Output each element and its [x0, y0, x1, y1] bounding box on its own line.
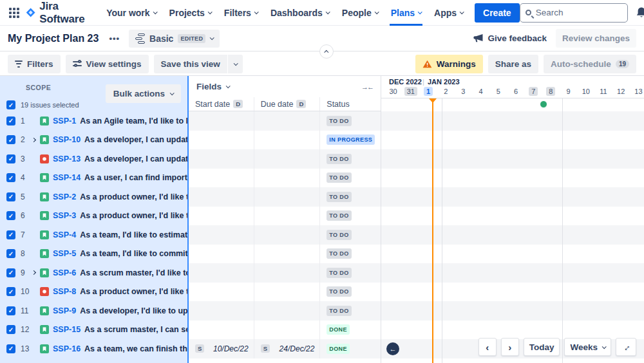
status-cell[interactable]: DONE — [320, 339, 381, 358]
sprint-marker-icon[interactable] — [540, 100, 547, 108]
nav-item-dashboards[interactable]: Dashboards — [264, 0, 336, 26]
scope-row-ssp-5[interactable]: ✓8SSP-5As a team, I'd like to commit to … — [0, 245, 187, 264]
zoom-level-dropdown[interactable]: Weeks — [564, 338, 611, 356]
row-checkbox[interactable]: ✓ — [6, 268, 15, 277]
nav-item-projects[interactable]: Projects — [163, 0, 218, 26]
nav-item-your-work[interactable]: Your work — [100, 0, 162, 26]
scope-row-ssp-3[interactable]: ✓6SSP-3As a product owner, I'd like to r… — [0, 207, 187, 226]
start-date-cell[interactable] — [189, 245, 254, 264]
save-view-dropdown-button[interactable] — [228, 55, 243, 73]
issue-key[interactable]: SSP-13 — [53, 154, 80, 163]
start-date-cell[interactable] — [189, 283, 254, 302]
nav-item-filters[interactable]: Filters — [218, 0, 264, 26]
status-cell[interactable]: TO DO — [320, 187, 381, 207]
scroll-to-bar-button[interactable]: ← — [386, 342, 399, 355]
status-cell[interactable]: TO DO — [320, 225, 381, 245]
issue-key[interactable]: SSP-5 — [53, 249, 76, 258]
issue-key[interactable]: SSP-10 — [53, 135, 80, 144]
scope-row-ssp-13[interactable]: ✓3SSP-13As a developer, I can update det… — [0, 149, 187, 169]
due-date-cell[interactable] — [254, 321, 321, 340]
fullscreen-button[interactable]: ↔ — [616, 338, 636, 356]
status-cell[interactable]: TO DO — [320, 111, 381, 131]
due-date-cell[interactable] — [254, 207, 321, 226]
select-all-checkbox[interactable]: ✓ — [6, 100, 15, 109]
status-cell[interactable]: TO DO — [320, 263, 381, 283]
scope-row-ssp-8[interactable]: ✓10SSP-8As a product owner, I'd like to … — [0, 283, 187, 302]
due-date-cell[interactable] — [254, 225, 321, 245]
timeline-next-button[interactable]: › — [501, 338, 519, 356]
due-date-cell[interactable] — [254, 187, 321, 207]
start-date-cell[interactable] — [189, 169, 254, 188]
issue-key[interactable]: SSP-6 — [53, 268, 76, 277]
view-settings-button[interactable]: View settings — [66, 55, 149, 73]
row-checkbox[interactable]: ✓ — [6, 306, 15, 315]
row-checkbox[interactable]: ✓ — [6, 135, 15, 144]
row-checkbox[interactable]: ✓ — [6, 192, 15, 201]
row-checkbox[interactable]: ✓ — [6, 154, 15, 163]
row-checkbox[interactable]: ✓ — [6, 287, 15, 296]
nav-item-apps[interactable]: Apps — [428, 0, 469, 26]
expand-chevron-icon[interactable] — [32, 138, 40, 142]
start-date-cell[interactable] — [189, 149, 254, 169]
due-date-cell[interactable] — [254, 263, 321, 283]
due-date-cell[interactable] — [254, 149, 321, 169]
issue-key[interactable]: SSP-2 — [53, 192, 76, 201]
row-checkbox[interactable]: ✓ — [6, 116, 15, 126]
bulk-actions-button[interactable]: Bulk actions — [106, 84, 181, 103]
start-date-cell[interactable] — [189, 225, 254, 245]
row-checkbox[interactable]: ✓ — [6, 249, 15, 258]
due-date-cell[interactable] — [254, 111, 321, 131]
status-cell[interactable]: IN PROGRESS — [320, 131, 381, 150]
start-date-cell[interactable] — [189, 301, 254, 321]
timeline-prev-button[interactable]: ‹ — [478, 338, 497, 356]
auto-schedule-button[interactable]: Auto-schedule 19 — [544, 55, 636, 73]
view-mode-switcher[interactable]: Basic EDITED — [129, 30, 220, 48]
filters-button[interactable]: Filters — [8, 55, 61, 73]
scope-row-ssp-16[interactable]: ✓13SSP-16As a team, we can finish the sp… — [0, 339, 187, 358]
row-checkbox[interactable]: ✓ — [6, 173, 15, 182]
scope-row-ssp-6[interactable]: ✓9SSP-6As a scrum master, I'd like to br… — [0, 263, 187, 283]
status-cell[interactable]: TO DO — [320, 207, 381, 226]
scope-row-ssp-10[interactable]: ✓2SSP-10As a developer, I can update sto… — [0, 131, 187, 150]
due-date-cell[interactable] — [254, 301, 321, 321]
issue-key[interactable]: SSP-1 — [53, 116, 76, 126]
app-switcher-icon[interactable] — [9, 8, 19, 18]
jira-logo[interactable]: Jira Software — [26, 0, 88, 26]
plan-more-button[interactable]: ••• — [105, 31, 124, 46]
issue-key[interactable]: SSP-16 — [53, 344, 80, 353]
issue-key[interactable]: SSP-8 — [53, 287, 76, 296]
row-checkbox[interactable]: ✓ — [6, 211, 15, 220]
scope-row-ssp-14[interactable]: ✓4SSP-14As a user, I can find important … — [0, 169, 187, 188]
scope-row-ssp-2[interactable]: ✓5SSP-2As a product owner, I'd like to e… — [0, 187, 187, 207]
column-header-due-date[interactable]: Due dateD — [254, 97, 321, 111]
due-date-cell[interactable] — [254, 283, 321, 302]
start-date-cell[interactable] — [189, 263, 254, 283]
due-date-cell[interactable]: S24/Dec/22 — [254, 339, 321, 358]
scope-row-ssp-15[interactable]: ✓12SSP-15As a scrum master, I can see th… — [0, 321, 187, 340]
due-date-cell[interactable] — [254, 245, 321, 264]
nav-item-plans[interactable]: Plans — [384, 0, 428, 26]
issue-key[interactable]: SSP-15 — [53, 325, 80, 334]
start-date-cell[interactable] — [189, 111, 254, 131]
column-header-start-date[interactable]: Start dateD — [189, 97, 254, 111]
status-cell[interactable]: TO DO — [320, 301, 381, 321]
due-date-cell[interactable] — [254, 131, 321, 150]
row-checkbox[interactable]: ✓ — [6, 344, 15, 353]
notifications-bell-icon[interactable] — [636, 6, 644, 19]
expand-chevron-icon[interactable] — [32, 271, 40, 274]
issue-key[interactable]: SSP-4 — [53, 230, 76, 239]
search-input[interactable] — [536, 8, 613, 17]
status-cell[interactable]: TO DO — [320, 149, 381, 169]
nav-item-people[interactable]: People — [336, 0, 384, 26]
start-date-cell[interactable] — [189, 207, 254, 226]
scope-row-ssp-1[interactable]: ✓1SSP-1As an Agile team, I'd like to lea… — [0, 111, 187, 131]
column-header-status[interactable]: Status — [320, 97, 381, 111]
fields-dropdown[interactable]: Fields — [196, 82, 229, 91]
due-date-cell[interactable] — [254, 169, 321, 188]
collapse-fields-icon[interactable]: →← — [361, 83, 373, 91]
status-cell[interactable]: TO DO — [320, 283, 381, 302]
row-checkbox[interactable]: ✓ — [6, 325, 15, 334]
today-button[interactable]: Today — [524, 338, 560, 356]
scope-row-ssp-9[interactable]: ✓11SSP-9As a developer, I'd like to upda… — [0, 301, 187, 321]
issue-key[interactable]: SSP-9 — [53, 306, 76, 315]
